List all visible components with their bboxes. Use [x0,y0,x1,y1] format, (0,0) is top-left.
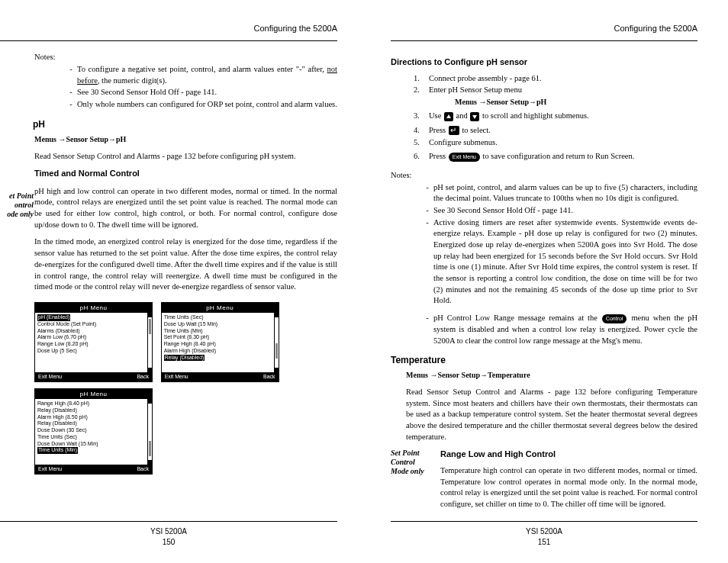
step: 2.Enter pH Sensor Setup menu [414,85,697,96]
step: 4. Press to select. [414,125,697,137]
section-temperature: Temperature [391,354,697,367]
screenshot-body: Time Units (Sec)Dose Up Wait (15 Min)Tim… [162,313,279,372]
step: 1.Connect probe assembly - page 61. [414,73,697,85]
section-timed: Timed and Normal Control [34,168,337,179]
down-arrow-icon [470,112,479,121]
section-directions: Directions to Configure pH sensor [391,56,697,68]
page-right: Configuring the 5200A Directions to Conf… [364,0,728,563]
section-ph: pH [33,118,337,131]
screenshot-body: pH (Enabled)Control Mode (Set Point)Alar… [35,313,152,372]
sidenote-setpoint-right: Set Point Control Mode only [391,449,433,476]
step-menu-path: Menus →Sensor Setup→pH [455,97,697,108]
notes-list-left: - To configure a negative set point, con… [65,64,337,111]
screenshot-phmenu-2: pH Menu Time Units (Sec)Dose Up Wait (15… [161,302,279,382]
sidenote-setpoint: et Pointontrolode only [0,191,34,219]
range-section-row: Set Point Control Mode only Range Low an… [391,449,697,516]
step: 6. Press Exit Menu to save configuration… [414,151,697,162]
screenshot-body: Range High (8.40 pH)Relay (Disabled)Alar… [35,399,152,465]
ph-read-para: Read Sensor Setup Control and Alarms - p… [34,151,337,162]
steps-list: 1.Connect probe assembly - page 61. 2.En… [414,73,697,162]
exit-menu-pill-icon: Exit Menu [449,153,480,162]
notes-label: Notes: [34,52,337,63]
note-item: -See 30 Second Sensor Hold Off - page 14… [65,87,337,98]
page-content-left: et Pointontrolode only Notes: - To confi… [0,52,337,521]
note-item: - To configure a negative set point, con… [65,64,337,86]
note-item: -pH set point, control, and alarm values… [421,182,697,204]
page-header-right: Configuring the 5200A [391,23,697,41]
screenshot-row: pH Menu pH (Enabled)Control Mode (Set Po… [34,299,337,385]
screenshot-phmenu-1: pH Menu pH (Enabled)Control Mode (Set Po… [34,302,153,382]
screenshot-phmenu-3: pH Menu Range High (8.40 pH)Relay (Disab… [34,388,153,475]
note-item: -See 30 Second Sensor Hold Off - page 14… [421,205,697,217]
page-content-right: Directions to Configure pH sensor 1.Conn… [391,52,697,521]
notes-label-right: Notes: [391,170,697,182]
timed-para2: In the timed mode, an energized control … [34,236,337,292]
control-pill-icon: Control [602,314,627,323]
page-header-left: Configuring the 5200A [0,23,337,41]
note-item: -Active dosing timers are reset after sy… [421,217,697,307]
note-item: - pH Control Low Range message remains a… [421,313,697,346]
notes-list-right: -pH set point, control, and alarm values… [421,182,697,347]
up-arrow-icon [444,112,453,121]
section-range: Range Low and High Control [440,449,697,460]
page-footer-left: YSI 5200A 150 [0,521,337,548]
ph-menu-path: Menus →Sensor Setup→pH [34,134,337,145]
temp-para: Read Sensor Setup Control and Alarms - p… [406,387,697,442]
screenshot-row2: pH Menu Range High (8.40 pH)Relay (Disab… [34,385,337,478]
range-para: Temperature high control can operate in … [440,465,697,510]
note-item: -Only whole numbers can configured for O… [65,99,337,111]
step: 3. Use and to scroll and highlight subme… [414,111,697,122]
temp-menu-path: Menus →Sensor Setup→Temperature [406,370,697,381]
enter-key-icon [449,126,459,135]
page-left: Configuring the 5200A et Pointontrolode … [0,0,364,563]
step: 5.Configure submenus. [414,137,697,149]
timed-para1: pH high and low control can operate in t… [34,186,337,231]
page-footer-right: YSI 5200A 151 [391,521,697,548]
